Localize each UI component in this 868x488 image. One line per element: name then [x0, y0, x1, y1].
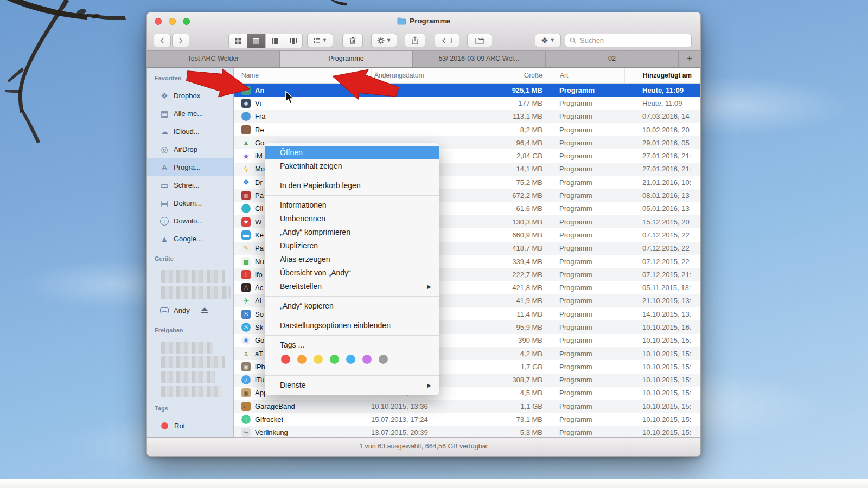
cell-date-added: 08.01.2016, 13	[624, 191, 700, 200]
pixelated-sidebar-item[interactable]	[161, 342, 213, 354]
column-header-gr-e[interactable]: Größe	[478, 68, 546, 83]
list-view-button[interactable]	[247, 34, 266, 48]
menu-item-paketinhalt-zeigen[interactable]: Paketinhalt zeigen	[265, 159, 439, 173]
table-row-vi[interactable]: ◆Vi177 MBProgrammHeute, 11:09	[234, 97, 700, 110]
close-button[interactable]	[155, 18, 162, 25]
desktop-icon: ▭	[159, 181, 170, 190]
menu-item-andy-kopieren[interactable]: „Andy“ kopieren	[265, 299, 439, 313]
actions-button[interactable]: ▼	[371, 34, 397, 47]
pixelated-sidebar-item[interactable]	[161, 286, 231, 299]
search-field[interactable]	[565, 34, 692, 47]
trash-button[interactable]	[342, 34, 363, 47]
menu-item-in-den-papierkorb-legen[interactable]: In den Papierkorb legen	[265, 179, 439, 192]
tag-color-dot[interactable]	[362, 355, 372, 364]
column-header-hinzugef-gt-am[interactable]: Hinzugefügt am	[624, 68, 700, 83]
column-header-nderungsdatum[interactable]: Änderungsdatum	[371, 68, 478, 83]
pixelated-sidebar-item[interactable]	[161, 386, 222, 397]
tab-02[interactable]: 02	[546, 51, 679, 67]
tag-color-dot[interactable]	[346, 355, 355, 364]
cell-size: 75,2 MB	[478, 178, 546, 187]
table-row-garageband[interactable]: ♩GarageBand10.10.2015, 13:361,1 GBProgra…	[234, 400, 700, 413]
search-input[interactable]	[579, 36, 687, 45]
menu-item-andy-komprimieren[interactable]: „Andy“ komprimieren	[265, 226, 439, 239]
table-row-re[interactable]: Re8,2 MBProgramm10.02.2016, 20	[234, 123, 700, 136]
cell-date-added: 10.10.2015, 15:	[624, 376, 700, 384]
pixelated-sidebar-item[interactable]	[161, 270, 225, 283]
column-header-art[interactable]: Art	[546, 68, 624, 83]
cell-size: 1,7 GB	[478, 363, 546, 371]
menu-item-duplizieren[interactable]: Duplizieren	[265, 239, 439, 253]
sidebar-item-progra[interactable]: AProgra...	[147, 158, 233, 176]
coverflow-view-icon	[289, 37, 297, 44]
cell-size: 222,7 MB	[478, 271, 546, 279]
table-row-verlinkung[interactable]: ↪Verlinkung13.07.2015, 20:395,3 MBProgra…	[234, 426, 700, 437]
tab-test-arc-welder[interactable]: Test ARC Welder	[147, 51, 280, 67]
tab-53-2016-03-09-arc-wel[interactable]: 53/ 2016-03-09 ARC Wel...	[413, 51, 546, 67]
sidebar-item-schrei[interactable]: ▭Schrei...	[147, 176, 233, 194]
column-view-button[interactable]	[266, 34, 284, 48]
forward-button[interactable]	[172, 34, 189, 47]
cell-name: ↑Gifrocket	[234, 415, 371, 424]
back-button[interactable]	[154, 34, 171, 47]
arrange-button[interactable]: ▼	[307, 34, 333, 47]
menu-item-umbenennen[interactable]: Umbenennen	[265, 212, 439, 226]
tag-color-dot[interactable]	[297, 355, 307, 364]
table-row-fra[interactable]: Fra113,1 MBProgramm07.03.2016, 14	[234, 110, 700, 123]
menu-item-informationen[interactable]: Informationen	[265, 198, 439, 212]
table-row-an[interactable]: ●An925,1 MBProgrammHeute, 11:09	[234, 84, 700, 97]
table-row-gifrocket[interactable]: ↑Gifrocket15.07.2013, 17:2473,1 MBProgra…	[234, 413, 700, 426]
cell-kind: Programm	[546, 139, 624, 147]
pixelated-sidebar-item[interactable]	[161, 356, 225, 368]
menu-item-tags[interactable]: Tags ...	[265, 338, 439, 352]
eject-icon[interactable]	[201, 307, 208, 313]
sidebar-item-label: Rot	[174, 422, 185, 430]
sidebar-section-title: Tags	[147, 405, 233, 417]
tag-color-dot[interactable]	[330, 355, 339, 364]
sidebar-item-airdrop[interactable]: ◎AirDrop	[147, 140, 233, 158]
toolbar: ▼ ▼ ❖ ▼	[147, 31, 700, 50]
cell-size: 421,8 MB	[478, 284, 546, 292]
tag-color-dot[interactable]	[314, 355, 323, 364]
tag-color-dot[interactable]	[379, 355, 388, 364]
menu-item-alias-erzeugen[interactable]: Alias erzeugen	[265, 253, 439, 266]
context-menu: ÖffnenPaketinhalt zeigenIn den Papierkor…	[265, 143, 439, 395]
proxy-folder-icon	[397, 17, 406, 25]
menu-item-ffnen[interactable]: Öffnen	[265, 146, 439, 159]
file-name: Dr	[255, 178, 263, 187]
new-tab-button[interactable]: +	[679, 51, 700, 67]
chevron-down-icon: ▼	[550, 38, 555, 43]
sidebar-item-icloud[interactable]: ☁iCloud...	[147, 123, 233, 140]
sidebar-item-label: Google...	[174, 235, 202, 243]
column-header-name[interactable]: Name	[234, 68, 371, 83]
cell-kind: Programm	[546, 86, 624, 94]
cell-date-added: 29.01.2016, 05	[624, 139, 700, 147]
menu-item-dienste[interactable]: Dienste▶	[265, 378, 439, 392]
cell-kind: Programm	[546, 126, 624, 134]
file-icon: ▣	[241, 388, 251, 397]
tags-button[interactable]	[435, 34, 459, 47]
menu-separator	[265, 316, 439, 316]
zoom-button[interactable]	[183, 18, 190, 25]
sidebar-item-alle-me[interactable]: ▤Alle me...	[147, 105, 233, 123]
sidebar-item-dokum[interactable]: ▤Dokum...	[147, 194, 233, 212]
minimize-button[interactable]	[169, 18, 176, 25]
tag-color-dot[interactable]	[281, 355, 290, 364]
tab-programme[interactable]: Programme	[280, 51, 413, 67]
dropbox-toolbar-button[interactable]: ❖ ▼	[535, 34, 561, 47]
menu-item-bersicht-von-andy[interactable]: Übersicht von „Andy“	[265, 266, 439, 280]
share-button[interactable]	[405, 34, 425, 47]
sidebar-item-downlo[interactable]: ↓Downlo...	[147, 212, 233, 230]
menu-separator	[265, 296, 439, 297]
sidebar-item-dropbox[interactable]: ❖Dropbox	[147, 87, 233, 105]
menu-item-bereitstellen[interactable]: Bereitstellen▶	[265, 280, 439, 293]
coverflow-view-button[interactable]	[284, 34, 302, 48]
sidebar-item-andy[interactable]: Andy	[147, 301, 233, 319]
icon-view-button[interactable]	[229, 34, 247, 48]
titlebar[interactable]: Programme	[147, 12, 700, 31]
file-name: Vi	[255, 99, 261, 107]
sidebar-item-google[interactable]: ▲Google...	[147, 230, 233, 248]
sidebar-item-rot[interactable]: Rot	[147, 417, 233, 435]
new-folder-button[interactable]	[467, 34, 492, 47]
menu-item-darstellungsoptionen-einblenden[interactable]: Darstellungsoptionen einblenden	[265, 319, 439, 332]
pixelated-sidebar-item[interactable]	[161, 371, 215, 383]
